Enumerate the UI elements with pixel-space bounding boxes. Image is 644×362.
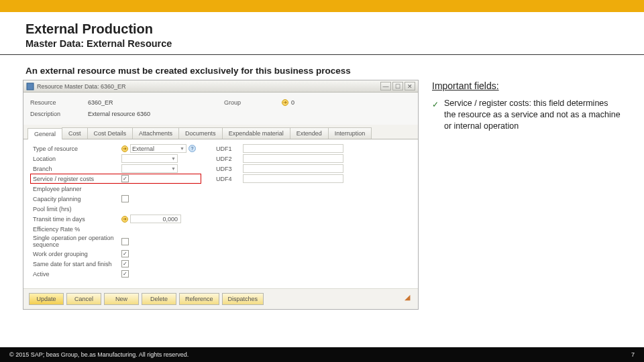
service-register-costs-row: Service / register costs ✓ <box>30 174 201 184</box>
window-title-text: Resource Master Data: 6360_ER <box>37 83 380 90</box>
cancel-button[interactable]: Cancel <box>66 293 101 305</box>
new-button[interactable]: New <box>104 293 139 305</box>
branch-label: Branch <box>33 166 121 172</box>
transit-time-value[interactable]: 0,000 <box>130 215 181 223</box>
form-header: Resource 6360_ER Description External re… <box>23 93 418 125</box>
reference-button[interactable]: Reference <box>179 293 219 305</box>
link-arrow-icon[interactable]: ➜ <box>121 216 128 223</box>
slide-footer: © 2015 SAP; beas Group, be.as Manufactur… <box>0 347 644 362</box>
capacity-planning-checkbox[interactable] <box>121 195 129 202</box>
tab-documents[interactable]: Documents <box>178 127 223 139</box>
description-label: Description <box>30 111 87 117</box>
group-value: 0 <box>291 99 294 106</box>
location-dropdown[interactable]: ▼ <box>121 154 178 163</box>
employee-planner-label: Employee planner <box>33 186 121 192</box>
important-bullet-1: Service / register costs: this field det… <box>444 98 621 132</box>
service-register-costs-checkbox[interactable]: ✓ <box>121 175 129 182</box>
type-of-resource-label: Type of resource <box>33 145 121 152</box>
tab-cost[interactable]: Cost <box>62 127 88 139</box>
work-order-grouping-label: Work order grouping <box>33 251 121 257</box>
description-value: External resource 6360 <box>87 111 217 117</box>
udf3-label: UDF3 <box>216 166 243 172</box>
udf4-input[interactable] <box>243 174 343 183</box>
page-subtitle: Master Data: External Resource <box>25 38 619 49</box>
link-arrow-icon[interactable]: ➜ <box>282 99 288 106</box>
page-number: 7 <box>631 351 635 358</box>
maximize-button[interactable]: ☐ <box>392 82 403 90</box>
slide-header: External Production Master Data: Externa… <box>0 12 644 55</box>
capacity-planning-label: Capacity planning <box>33 196 121 202</box>
udf1-input[interactable] <box>243 144 343 153</box>
active-label: Active <box>33 271 121 278</box>
udf4-label: UDF4 <box>216 176 243 182</box>
page-title: External Production <box>25 21 619 37</box>
window-icon <box>26 82 34 90</box>
resource-label: Resource <box>30 99 87 106</box>
tab-cost-details[interactable]: Cost Details <box>87 127 133 139</box>
work-order-grouping-checkbox[interactable]: ✓ <box>121 250 129 257</box>
important-fields-heading: Important fields: <box>432 80 621 91</box>
group-label: Group <box>224 99 280 106</box>
tab-interruption[interactable]: Interruption <box>328 127 372 139</box>
window-titlebar: Resource Master Data: 6360_ER — ☐ ✕ <box>23 80 418 93</box>
link-arrow-icon[interactable]: ➜ <box>121 145 128 152</box>
service-register-costs-label: Service / register costs <box>33 176 121 182</box>
same-date-checkbox[interactable]: ✓ <box>121 260 129 267</box>
help-icon[interactable]: ? <box>189 145 196 152</box>
udf1-label: UDF1 <box>216 145 243 152</box>
efficiency-rate-label: Efficiency Rate % <box>33 226 121 233</box>
notes-column: Important fields: ✓ Service / register c… <box>432 62 621 310</box>
resource-value: 6360_ER <box>87 99 217 106</box>
copyright-text: © 2015 SAP; beas Group, be.as Manufactur… <box>9 351 189 358</box>
tab-general[interactable]: General <box>28 128 62 139</box>
branch-dropdown[interactable]: ▼ <box>121 164 178 173</box>
svg-rect-0 <box>27 83 34 90</box>
udf2-input[interactable] <box>243 154 343 163</box>
delete-button[interactable]: Delete <box>142 293 176 305</box>
udf3-input[interactable] <box>243 164 343 173</box>
tab-general-body: Type of resource ➜ External▼ ? Location … <box>23 139 418 288</box>
same-date-label: Same date for start and finish <box>33 261 121 267</box>
resize-grip-icon[interactable]: ◢ <box>403 293 413 305</box>
close-button[interactable]: ✕ <box>405 82 415 90</box>
accent-bar <box>0 0 644 12</box>
window-button-row: Update Cancel New Delete Reference Dispa… <box>23 288 418 309</box>
pool-limit-label: Pool limit (hrs) <box>33 206 121 213</box>
active-checkbox[interactable]: ✓ <box>121 270 129 278</box>
single-operation-label: Single operation per operation sequence <box>33 235 121 248</box>
transit-time-label: Transit time in days <box>33 216 121 223</box>
tab-extended[interactable]: Extended <box>290 127 329 139</box>
single-operation-checkbox[interactable] <box>121 238 129 245</box>
minimize-button[interactable]: — <box>380 82 391 90</box>
location-label: Location <box>33 156 121 162</box>
udf2-label: UDF2 <box>216 156 243 162</box>
type-of-resource-dropdown[interactable]: External▼ <box>130 144 186 153</box>
resource-master-window: Resource Master Data: 6360_ER — ☐ ✕ Reso… <box>23 80 419 310</box>
intro-text: An external resource must be created exc… <box>25 66 419 76</box>
tab-attachments[interactable]: Attachments <box>132 127 179 139</box>
dispatches-button[interactable]: Dispatches <box>222 293 264 305</box>
checkmark-icon: ✓ <box>432 99 439 132</box>
update-button[interactable]: Update <box>29 293 64 305</box>
tab-expendable[interactable]: Expendable material <box>222 127 290 139</box>
tab-bar: General Cost Cost Details Attachments Do… <box>23 125 418 139</box>
